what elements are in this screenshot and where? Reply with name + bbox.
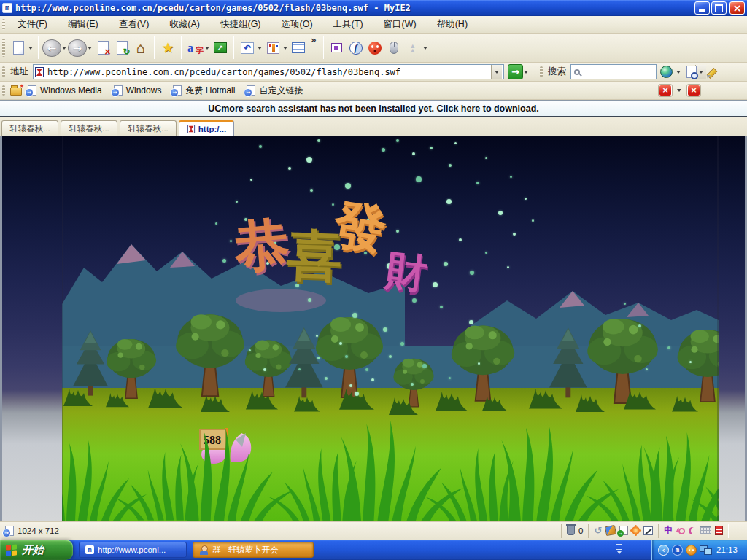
- search-input[interactable]: [570, 64, 657, 79]
- forms-button[interactable]: [289, 36, 308, 60]
- taskbar-task-browser[interactable]: mhttp://www.pconl...: [79, 542, 187, 558]
- content-blocker-button[interactable]: [687, 85, 700, 96]
- links-bar-item[interactable]: 免费 Hotmail: [173, 85, 235, 97]
- new-page-button[interactable]: [9, 36, 28, 60]
- desktop-toolbar[interactable]: [616, 544, 622, 556]
- resize-window-button[interactable]: [211, 36, 230, 60]
- dropdown-caret-icon[interactable]: [28, 47, 33, 52]
- toolbar-grip[interactable]: [2, 66, 5, 78]
- menu-item[interactable]: 编辑(E): [59, 16, 107, 33]
- plugins-button[interactable]: [263, 36, 282, 60]
- dropdown-caret-icon[interactable]: [676, 71, 681, 76]
- ime-settings-icon[interactable]: [715, 526, 723, 535]
- tab[interactable]: 轩辕春秋...: [1, 120, 58, 136]
- ime-language-indicator[interactable]: 中: [664, 524, 673, 537]
- stop-button[interactable]: ×: [93, 36, 112, 60]
- find-page-icon: [686, 66, 697, 78]
- menu-item[interactable]: 窗口(W): [375, 16, 425, 33]
- notification-message[interactable]: UCmore search assistant has not been ins…: [208, 104, 539, 114]
- edit-window-icon[interactable]: [643, 526, 653, 535]
- flower-icon[interactable]: [632, 526, 640, 534]
- flash-movie[interactable]: 588: [62, 136, 719, 521]
- dropdown-caret-icon[interactable]: [205, 47, 209, 52]
- links-bar-item[interactable]: Windows: [114, 85, 162, 96]
- toolbar-grip[interactable]: [2, 19, 5, 29]
- clock[interactable]: 21:13: [716, 545, 738, 554]
- links-bar-item[interactable]: Windows Media: [28, 85, 102, 96]
- ad-blocker-button[interactable]: [365, 36, 384, 60]
- hide-icons-chevron-icon[interactable]: [658, 545, 669, 556]
- undo-button[interactable]: [238, 36, 257, 60]
- search-engine-button[interactable]: [657, 61, 676, 84]
- url-field[interactable]: [47, 67, 491, 77]
- menu-item[interactable]: 帮助(H): [428, 16, 476, 33]
- green-page-icon[interactable]: [619, 526, 628, 535]
- mouse-gesture-button[interactable]: [384, 36, 403, 60]
- menu-item[interactable]: 收藏(A): [160, 16, 209, 33]
- dropdown-caret-icon[interactable]: [258, 47, 262, 52]
- toolbar-grip[interactable]: [540, 66, 543, 78]
- address-dropdown-button[interactable]: [491, 65, 502, 79]
- taskbar-task-qq[interactable]: 群 - 轩辕萝卜开会: [193, 542, 314, 558]
- tab[interactable]: 轩辕春秋...: [120, 120, 177, 136]
- search-label: 搜索: [548, 66, 566, 78]
- page-content: 588 恭喜發財: [0, 136, 747, 521]
- dropdown-caret-icon[interactable]: [283, 47, 287, 52]
- media-capture-button[interactable]: [328, 36, 347, 60]
- refresh-button[interactable]: ↻: [112, 36, 131, 60]
- favorites-button[interactable]: [158, 36, 177, 60]
- restore-button[interactable]: [711, 1, 727, 15]
- trash-panel[interactable]: 0: [562, 524, 589, 538]
- translate-button[interactable]: a字: [185, 36, 204, 60]
- home-button[interactable]: [131, 36, 150, 60]
- dropdown-caret-icon[interactable]: [62, 47, 66, 52]
- dropdown-caret-icon[interactable]: [524, 71, 528, 76]
- page-status-icon: [5, 526, 14, 536]
- menu-item[interactable]: 查看(V): [110, 16, 158, 33]
- new-page-icon: [13, 41, 24, 55]
- refresh-swirl-icon[interactable]: [594, 525, 602, 536]
- close-button[interactable]: [729, 1, 745, 15]
- network-icon[interactable]: [700, 545, 712, 555]
- menu-item[interactable]: 快捷组(G): [212, 16, 270, 33]
- ime-halfwidth-icon[interactable]: [689, 527, 696, 534]
- menu-item[interactable]: 工具(T): [325, 16, 372, 33]
- link-page-icon: [173, 85, 182, 96]
- flash-scene: 588: [62, 136, 719, 521]
- go-button[interactable]: [508, 64, 523, 79]
- scroll-top-button[interactable]: [403, 36, 422, 60]
- toolbar-separator: [323, 36, 324, 58]
- menu-item[interactable]: 选项(O): [273, 16, 322, 33]
- links-folder-icon[interactable]: [10, 88, 22, 96]
- menu-item[interactable]: 文件(F): [9, 16, 56, 33]
- address-input[interactable]: [33, 64, 504, 79]
- minimize-button[interactable]: [694, 1, 710, 15]
- dropdown-caret-icon[interactable]: [423, 47, 427, 52]
- back-button[interactable]: [42, 39, 61, 57]
- links-bar-item[interactable]: 自定义链接: [247, 85, 303, 97]
- toolbar-grip[interactable]: [2, 85, 5, 96]
- highlight-button[interactable]: [701, 61, 720, 84]
- main-toolbar: × ↻ a字 »: [0, 34, 747, 63]
- flash-icon: [349, 42, 363, 55]
- start-button[interactable]: 开始: [0, 540, 73, 560]
- tab-active[interactable]: http:/...: [179, 120, 234, 136]
- link-page-icon: [247, 85, 255, 96]
- dropdown-caret-icon[interactable]: [677, 89, 681, 94]
- tray-browser-icon[interactable]: m: [672, 545, 683, 556]
- find-in-page-button[interactable]: [682, 61, 701, 84]
- flash-filter-button[interactable]: [347, 36, 365, 60]
- toolbar-grip[interactable]: [2, 39, 5, 56]
- popup-blocker-button[interactable]: [659, 85, 672, 96]
- tray-qq-icon[interactable]: [686, 545, 697, 556]
- ime-punctuation-icon[interactable]: [676, 526, 685, 535]
- browser-mini-icon: m: [85, 545, 94, 554]
- dropdown-caret-icon[interactable]: [88, 47, 92, 52]
- keyboard-icon[interactable]: [700, 526, 711, 534]
- clean-broom-icon[interactable]: [605, 525, 616, 536]
- forward-button[interactable]: [68, 39, 87, 57]
- toolbar-separator: [233, 36, 234, 58]
- notification-bar[interactable]: UCmore search assistant has not been ins…: [0, 100, 747, 117]
- tab[interactable]: 轩辕春秋...: [61, 120, 117, 136]
- toolbar-overflow-button[interactable]: »: [308, 35, 320, 45]
